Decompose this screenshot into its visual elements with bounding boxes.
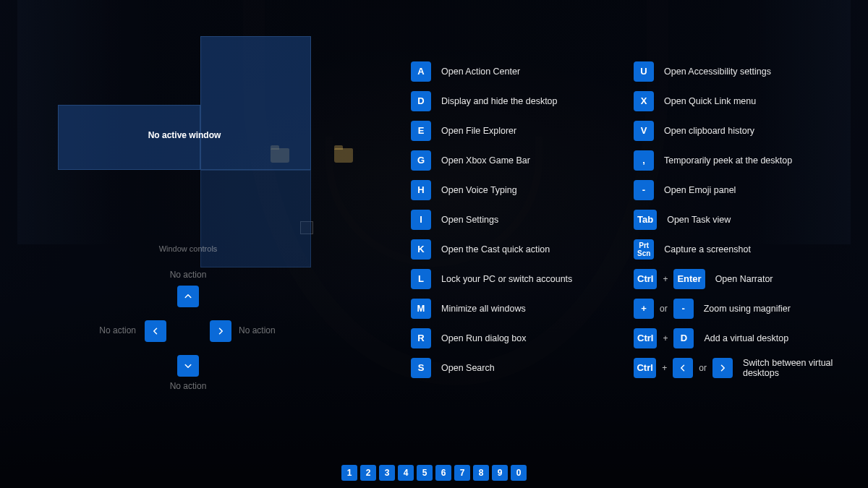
window-controls-heading: Window controls — [0, 244, 376, 253]
shortcut-row: MMinimize all windows — [411, 294, 628, 323]
keycap[interactable]: K — [411, 239, 431, 260]
shortcut-row: UOpen Accessibility settings — [634, 56, 865, 86]
shortcut-description: Open Task view — [667, 215, 731, 225]
number-keys-row: 1234567890 — [0, 465, 868, 481]
shortcut-row: HOpen Voice Typing — [411, 175, 628, 205]
chevron-up-icon — [184, 292, 192, 301]
shortcut-description: Open Accessibility settings — [664, 67, 771, 77]
keycap[interactable]: Ctrl — [634, 358, 656, 378]
dpad-left-label: No action — [99, 325, 136, 335]
shortcut-row: KOpen the Cast quick action — [411, 234, 628, 264]
number-key[interactable]: 3 — [379, 465, 395, 481]
shortcut-description: Open clipboard history — [664, 126, 754, 136]
keycap[interactable]: V — [634, 121, 654, 141]
keycap[interactable]: S — [411, 358, 431, 378]
keycap[interactable]: - — [673, 299, 694, 319]
key-separator: + — [662, 363, 667, 373]
keycap[interactable]: G — [411, 150, 431, 171]
keycap[interactable]: M — [411, 299, 431, 319]
shortcut-row: +or-Zoom using magnifier — [634, 294, 865, 323]
keycap[interactable]: X — [634, 91, 654, 111]
chevron-right-icon — [718, 364, 727, 372]
chevron-left-icon — [678, 364, 687, 372]
keycap[interactable]: Tab — [634, 210, 657, 230]
keycap[interactable] — [673, 358, 693, 378]
keycap[interactable]: R — [411, 328, 431, 348]
keycap[interactable]: Ctrl — [634, 328, 657, 348]
shortcut-description: Zoom using magnifier — [704, 304, 791, 314]
shortcut-row: SOpen Search — [411, 353, 628, 382]
keycap[interactable]: U — [634, 61, 654, 82]
arrow-up-key[interactable] — [177, 286, 199, 307]
keycap[interactable]: A — [411, 61, 431, 82]
shortcut-description: Add a virtual desktop — [704, 333, 788, 343]
keycap[interactable]: D — [673, 328, 694, 348]
shortcut-description: Open Voice Typing — [441, 185, 517, 195]
shortcut-description: Open Xbox Game Bar — [441, 155, 530, 166]
number-key[interactable]: 7 — [454, 465, 470, 481]
shortcut-description: Switch between virtual desktops — [743, 358, 865, 378]
keycap[interactable]: Ctrl — [634, 269, 657, 289]
shortcut-description: Open File Explorer — [441, 126, 516, 136]
key-separator: + — [663, 274, 668, 284]
number-key[interactable]: 4 — [398, 465, 414, 481]
shortcut-row: EOpen File Explorer — [411, 116, 628, 145]
window-snap-preview: No active window — [58, 36, 311, 231]
keycap[interactable]: L — [411, 269, 431, 289]
shortcut-row: AOpen Action Center — [411, 56, 628, 86]
shortcut-row: Ctrl+orSwitch between virtual desktops — [634, 353, 865, 382]
keycap[interactable]: D — [411, 91, 431, 111]
arrow-left-key[interactable] — [145, 320, 166, 342]
keycap[interactable]: I — [411, 210, 431, 230]
shortcut-row: GOpen Xbox Game Bar — [411, 145, 628, 175]
keycap[interactable]: + — [634, 299, 654, 319]
number-key[interactable]: 0 — [511, 465, 527, 481]
shortcut-description: Open Settings — [441, 215, 498, 225]
shortcut-description: Capture a screenshot — [664, 244, 751, 254]
keycap[interactable]: , — [634, 150, 654, 171]
arrow-down-key[interactable] — [177, 355, 199, 377]
shortcut-description: Open Narrator — [715, 274, 773, 284]
number-key[interactable]: 5 — [417, 465, 433, 481]
shortcut-description: Lock your PC or switch accounts — [441, 274, 572, 284]
dpad-up-label: No action — [94, 270, 282, 280]
chevron-left-icon — [151, 327, 160, 335]
shortcut-description: Display and hide the desktop — [441, 96, 558, 106]
key-separator: or — [699, 363, 707, 373]
keycap[interactable]: - — [634, 180, 654, 200]
key-separator: or — [660, 304, 668, 314]
snap-region-top — [200, 36, 311, 170]
number-key[interactable]: 1 — [341, 465, 357, 481]
shortcut-row: ROpen Run dialog box — [411, 323, 628, 353]
number-key[interactable]: 6 — [435, 465, 451, 481]
shortcut-row: Prt ScnCapture a screenshot — [634, 234, 865, 264]
number-key[interactable]: 2 — [360, 465, 376, 481]
shortcut-row: -Open Emoji panel — [634, 175, 865, 205]
arrow-right-key[interactable] — [210, 320, 231, 342]
number-key[interactable]: 8 — [473, 465, 489, 481]
chevron-right-icon — [216, 327, 225, 335]
shortcut-row: Ctrl+DAdd a virtual desktop — [634, 323, 865, 353]
shortcut-row: XOpen Quick Link menu — [634, 86, 865, 116]
keycap[interactable]: Enter — [673, 269, 705, 289]
shortcut-description: Open Quick Link menu — [664, 96, 756, 106]
shortcut-row: ,Temporarily peek at the desktop — [634, 145, 865, 175]
shortcut-row: IOpen Settings — [411, 205, 628, 234]
shortcut-row: DDisplay and hide the desktop — [411, 86, 628, 116]
shortcut-description: Open Emoji panel — [664, 185, 736, 195]
shortcut-description: Open Search — [441, 363, 495, 373]
number-key[interactable]: 9 — [492, 465, 508, 481]
keycap[interactable]: H — [411, 180, 431, 200]
shortcut-description: Open Action Center — [441, 67, 520, 77]
shortcut-row: LLock your PC or switch accounts — [411, 264, 628, 294]
shortcut-row: TabOpen Task view — [634, 205, 865, 234]
dpad-down-label: No action — [94, 381, 282, 391]
chevron-down-icon — [184, 361, 192, 370]
keycap[interactable]: E — [411, 121, 431, 141]
shortcut-description: Minimize all windows — [441, 304, 526, 314]
keycap[interactable] — [712, 358, 733, 378]
key-separator: + — [663, 333, 668, 343]
no-active-window-label: No active window — [58, 130, 311, 140]
shortcut-row: VOpen clipboard history — [634, 116, 865, 145]
keycap[interactable]: Prt Scn — [634, 239, 654, 260]
